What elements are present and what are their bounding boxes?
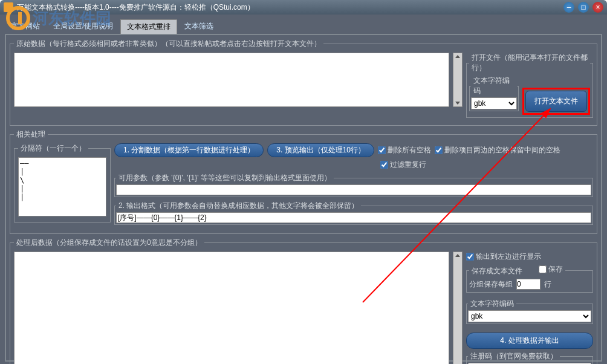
tab-settings[interactable]: 全局设置/使用说明	[47, 19, 119, 34]
separator-group: 分隔符（一行一个） —— | \ | |	[14, 143, 111, 223]
output-group: 处理后数据（分组保存成文件的话设置为0意思是不分组） 输出到左边进行显示 保存成…	[10, 238, 597, 364]
groups-input[interactable]	[516, 279, 540, 290]
open-file-button[interactable]: 打开文本文件	[525, 91, 587, 112]
output-textarea[interactable]	[14, 252, 449, 364]
separator-legend: 分隔符（一行一个）	[18, 143, 88, 154]
highlight-box: 打开文本文件	[522, 88, 590, 115]
open-file-legend: 打开文件（能用记事本打开的文件都行）	[469, 53, 590, 73]
format-group: 2. 输出格式（可用参数会自动替换成相应数据，其他文字将会被全部保留）	[114, 201, 593, 225]
encoding-select[interactable]: gbk	[471, 97, 517, 109]
save-group: 保存成文本文件 保存 分组保存每组 行	[466, 264, 593, 293]
tab-website[interactable]: 官方网站	[5, 19, 46, 34]
raw-data-textarea[interactable]	[14, 53, 449, 107]
split-button[interactable]: 1. 分割数据（根据第一行数据进行处理）	[114, 143, 264, 157]
groups-unit: 行	[544, 279, 551, 290]
title-bar: 万能文本格式转换----版本1.0----免费推广软件源自：轻松推（QStui.…	[0, 0, 607, 15]
out-encoding-group: 文本字符编码 gbk	[466, 299, 593, 324]
params-group: 可用参数（参数 '{0}', '{1}' 等等这些可以复制到输出格式里面使用）	[114, 173, 593, 197]
remove-spaces-checkbox[interactable]: 删除所有空格	[378, 145, 431, 155]
output-legend: 处理后数据（分组保存成文件的话设置为0意思是不分组）	[14, 238, 204, 248]
open-file-group: 打开文件（能用记事本打开的文件都行） 文本字符编码 gbk	[466, 53, 593, 118]
separator-textarea[interactable]: —— | \ | |	[18, 157, 106, 216]
out-encoding-select[interactable]: gbk	[468, 310, 591, 322]
close-button[interactable]: ×	[592, 2, 603, 13]
format-legend: 2. 输出格式（可用参数会自动替换成相应数据，其他文字将会被全部保留）	[116, 201, 361, 211]
tab-filter[interactable]: 文本筛选	[178, 19, 219, 34]
regcode-group: 注册码（到官网免费获取）	[466, 351, 593, 364]
output-left-checkbox[interactable]: 输出到左边进行显示	[466, 252, 593, 262]
encoding-label: 文本字符编码	[471, 76, 517, 96]
format-input[interactable]	[116, 212, 591, 223]
maximize-button[interactable]: □	[578, 2, 589, 13]
window-title: 万能文本格式转换----版本1.0----免费推广软件源自：轻松推（QStui.…	[17, 2, 563, 13]
preview-button[interactable]: 3. 预览输出（仅处理10行）	[267, 143, 374, 157]
process-legend: 相关处理	[14, 129, 48, 140]
save-legend: 保存成文本文件 保存	[469, 264, 565, 276]
dedupe-checkbox[interactable]: 过滤重复行	[380, 160, 426, 170]
scrollbar[interactable]	[453, 53, 463, 107]
tab-reformat[interactable]: 文本格式重排	[120, 19, 177, 34]
params-input[interactable]	[116, 184, 591, 195]
scrollbar[interactable]	[453, 252, 463, 364]
trim-spaces-checkbox[interactable]: 删除项目两边的空格保留中间的空格	[435, 145, 560, 155]
save-checkbox[interactable]: 保存	[539, 264, 563, 275]
raw-data-group: 原始数据（每行格式必须相同或者非常类似）（可以直接粘帖或者点击右边按钮打开文本文…	[10, 39, 597, 126]
tab-bar: 官方网站 全局设置/使用说明 文本格式重排 文本筛选	[5, 19, 602, 34]
groups-label: 分组保存每组	[469, 279, 513, 290]
raw-data-legend: 原始数据（每行格式必须相同或者非常类似）（可以直接粘帖或者点击右边按钮打开文本文…	[14, 39, 323, 49]
out-encoding-label: 文本字符编码	[468, 299, 516, 309]
app-icon	[4, 2, 13, 12]
regcode-legend: 注册码（到官网免费获取）	[468, 351, 560, 362]
process-group: 相关处理 分隔符（一行一个） —— | \ | | 1. 分割数据（根据第一行数…	[10, 129, 597, 234]
process-button[interactable]: 4. 处理数据并输出	[466, 333, 593, 349]
minimize-button[interactable]: –	[563, 2, 574, 13]
main-panel: 原始数据（每行格式必须相同或者非常类似）（可以直接粘帖或者点击右边按钮打开文本文…	[5, 34, 602, 362]
params-legend: 可用参数（参数 '{0}', '{1}' 等等这些可以复制到输出格式里面使用）	[116, 173, 334, 183]
encoding-group: 文本字符编码 gbk	[469, 76, 519, 111]
